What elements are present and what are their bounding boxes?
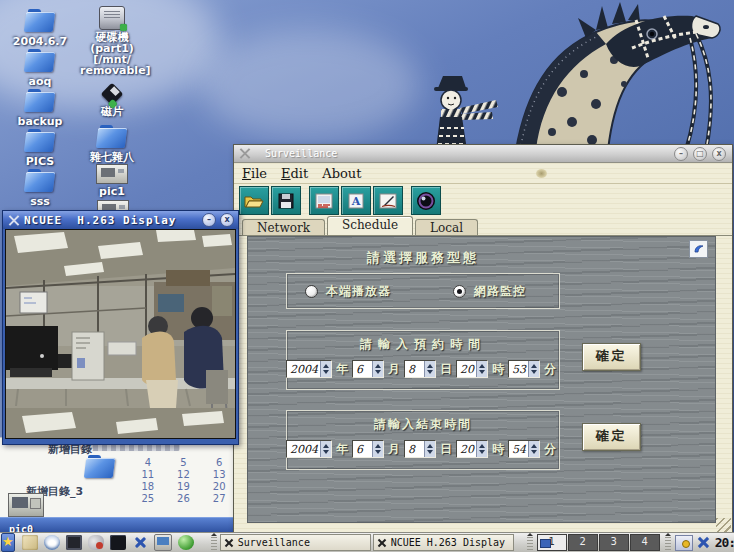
applet-handle[interactable] bbox=[665, 535, 671, 550]
desktop-icon-floppy[interactable]: 磁片 bbox=[80, 84, 144, 117]
folder-icon bbox=[25, 88, 55, 114]
menu-edit[interactable]: Edit bbox=[281, 166, 308, 181]
harddisk-icon bbox=[99, 6, 125, 30]
maximize-button[interactable]: □ bbox=[693, 147, 707, 161]
calendar-day[interactable]: 4 bbox=[130, 456, 166, 468]
menu-about[interactable]: About bbox=[322, 166, 361, 181]
calendar-day[interactable]: 12 bbox=[166, 468, 202, 480]
task-surveillance[interactable]: Surveillance bbox=[220, 534, 371, 551]
wizard-icon[interactable] bbox=[22, 535, 38, 550]
desktop-icon-misc-folder[interactable]: 雜七雜八 bbox=[80, 124, 144, 163]
start-minute-spinner[interactable]: 53 bbox=[508, 360, 540, 378]
minimize-button[interactable]: – bbox=[202, 213, 216, 227]
minimize-button[interactable]: – bbox=[674, 147, 688, 161]
end-year-spinner[interactable]: 2004 bbox=[286, 440, 332, 458]
spinner-arrows[interactable] bbox=[528, 441, 539, 457]
radio-local-player[interactable]: 本端播放器 bbox=[305, 283, 391, 300]
task-ncuee-display[interactable]: NCUEE H.263 Display bbox=[373, 534, 514, 551]
open-button[interactable] bbox=[239, 186, 269, 215]
close-button[interactable]: x bbox=[220, 213, 234, 227]
tab-network[interactable]: Network bbox=[242, 219, 325, 235]
desktop-icon-pics[interactable]: PICS bbox=[8, 128, 72, 167]
confirm-end-button[interactable]: 確定 bbox=[582, 423, 641, 451]
image-tool-button[interactable] bbox=[309, 186, 339, 215]
x-network-tray-icon[interactable] bbox=[696, 535, 711, 550]
tab-local[interactable]: Local bbox=[415, 219, 478, 235]
end-month-spinner[interactable]: 6 bbox=[352, 440, 384, 458]
save-button[interactable] bbox=[271, 186, 301, 215]
green-app-icon[interactable] bbox=[178, 535, 194, 550]
spinner-arrows[interactable] bbox=[372, 441, 383, 457]
pen-tool-button[interactable] bbox=[373, 186, 403, 215]
camera-eye-icon bbox=[416, 191, 436, 211]
spinner-arrows[interactable] bbox=[528, 361, 539, 377]
spinner-arrows[interactable] bbox=[476, 441, 487, 457]
end-time-title: 請輸入結束時間 bbox=[287, 416, 559, 433]
applet-handle[interactable] bbox=[211, 535, 217, 550]
desktop-icon-sss[interactable]: sss bbox=[8, 168, 72, 207]
pager-desktop-2[interactable]: 2 bbox=[568, 534, 598, 551]
calendar-day[interactable]: 5 bbox=[166, 456, 202, 468]
x-app-icon[interactable] bbox=[132, 535, 148, 550]
computer-icon[interactable] bbox=[8, 493, 44, 517]
service-type-title: 請選擇服務型態 bbox=[286, 249, 560, 267]
applet-handle[interactable] bbox=[527, 535, 533, 550]
tab-schedule[interactable]: Schedule bbox=[327, 216, 413, 235]
desktop-icon-pic1[interactable]: pic1 bbox=[80, 162, 144, 197]
resize-grip[interactable] bbox=[716, 518, 731, 533]
calendar-day[interactable]: 18 bbox=[130, 480, 166, 492]
menu-file[interactable]: File bbox=[242, 166, 267, 181]
pic0-window-bar[interactable]: pic0 bbox=[0, 517, 237, 533]
radio-unselected-icon[interactable] bbox=[305, 285, 318, 298]
calendar-day[interactable]: 13 bbox=[201, 468, 237, 480]
start-day-spinner[interactable]: 8 bbox=[404, 360, 436, 378]
svg-text:A: A bbox=[351, 195, 361, 208]
end-day-spinner[interactable]: 8 bbox=[404, 440, 436, 458]
start-menu-button[interactable]: ★ bbox=[1, 533, 15, 552]
mouse-clock-icon[interactable] bbox=[88, 535, 104, 550]
start-month-spinner[interactable]: 6 bbox=[352, 360, 384, 378]
start-hour-spinner[interactable]: 20 bbox=[456, 360, 488, 378]
taskbar-clock[interactable]: 20:53 bbox=[715, 535, 734, 550]
start-year-spinner[interactable]: 2004 bbox=[286, 360, 332, 378]
end-minute-spinner[interactable]: 54 bbox=[508, 440, 540, 458]
open-icon bbox=[244, 193, 264, 209]
spinner-arrows[interactable] bbox=[320, 361, 331, 377]
confirm-start-button[interactable]: 確定 bbox=[582, 343, 641, 371]
spinner-arrows[interactable] bbox=[372, 361, 383, 377]
spinner-arrows[interactable] bbox=[320, 441, 331, 457]
spinner-arrows[interactable] bbox=[424, 361, 435, 377]
penguin-icon[interactable] bbox=[44, 535, 60, 550]
desktop-icon-2004-6-7[interactable]: 2004.6.7 bbox=[8, 8, 72, 47]
spinner-arrows[interactable] bbox=[424, 441, 435, 457]
calendar-day[interactable]: 20 bbox=[201, 480, 237, 492]
pager-desktop-1[interactable]: 1 bbox=[537, 534, 567, 551]
radio-selected-icon[interactable] bbox=[453, 285, 466, 298]
console-icon[interactable] bbox=[110, 535, 126, 550]
desktop-icon-aoq[interactable]: aoq bbox=[8, 48, 72, 87]
video-titlebar[interactable]: NCUEE H.263 Display – x bbox=[3, 211, 238, 229]
camera-button[interactable] bbox=[411, 186, 441, 215]
pager-desktop-4[interactable]: 4 bbox=[630, 534, 660, 551]
calendar-day[interactable]: 11 bbox=[130, 468, 166, 480]
refresh-swirl-button[interactable] bbox=[689, 240, 708, 258]
image-icon bbox=[315, 193, 333, 209]
end-hour-spinner[interactable]: 20 bbox=[456, 440, 488, 458]
radio-network-monitor[interactable]: 網路監控 bbox=[453, 283, 526, 300]
surveillance-titlebar[interactable]: Surveillance – □ x bbox=[234, 145, 732, 163]
calendar-day[interactable]: 6 bbox=[201, 456, 237, 468]
folder-icon[interactable] bbox=[85, 454, 115, 480]
desktop-icon-backup[interactable]: backup bbox=[8, 88, 72, 127]
calendar-day[interactable]: 26 bbox=[166, 492, 202, 504]
text-tool-button[interactable]: A bbox=[341, 186, 371, 215]
pager-desktop-3[interactable]: 3 bbox=[599, 534, 629, 551]
desktop-icon-harddisk[interactable]: 硬碟機 (part1) [/mnt/ removable] bbox=[80, 6, 144, 76]
spinner-arrows[interactable] bbox=[476, 361, 487, 377]
calendar-day[interactable]: 25 bbox=[130, 492, 166, 504]
display-settings-icon[interactable] bbox=[66, 535, 82, 550]
lock-window-tray-icon[interactable] bbox=[675, 535, 693, 551]
calendar-day[interactable]: 27 bbox=[201, 492, 237, 504]
close-button[interactable]: x bbox=[712, 147, 726, 161]
monitor-icon[interactable] bbox=[154, 534, 172, 551]
calendar-day[interactable]: 19 bbox=[166, 480, 202, 492]
